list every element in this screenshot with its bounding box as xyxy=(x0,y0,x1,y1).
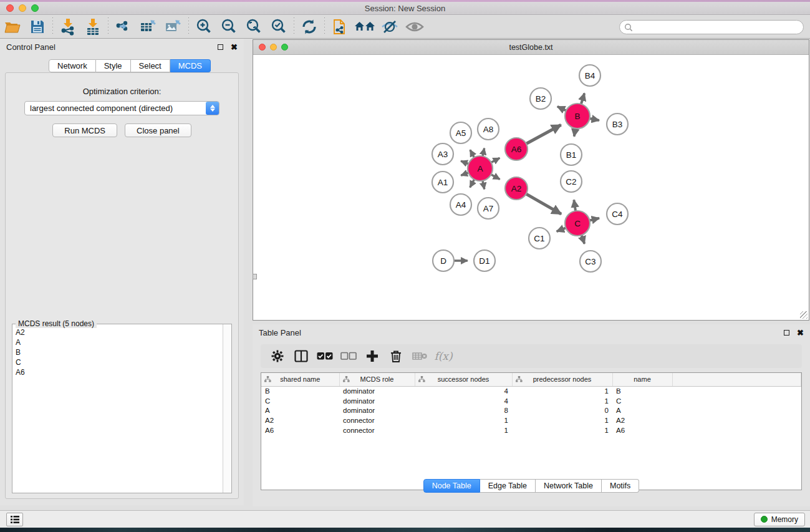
table-cell[interactable]: 0 xyxy=(512,405,612,415)
table-cell[interactable]: dominator xyxy=(339,396,415,406)
table-row[interactable]: Bdominator41B xyxy=(261,386,801,396)
graph-edge-A-A7[interactable] xyxy=(483,181,485,190)
table-cell[interactable]: C xyxy=(261,396,339,406)
table-row[interactable]: A2connector11A2 xyxy=(261,415,801,425)
table-cell[interactable]: 1 xyxy=(512,415,612,425)
memory-button[interactable]: Memory xyxy=(754,513,805,526)
mcds-result-list[interactable]: A2ABCA6 xyxy=(13,326,222,492)
table-cell[interactable]: 8 xyxy=(415,405,512,415)
table-cell[interactable]: 1 xyxy=(512,425,612,435)
table-cell[interactable]: 4 xyxy=(415,386,512,396)
run-mcds-button[interactable]: Run MCDS xyxy=(52,123,117,137)
graph-edge-B-B2[interactable] xyxy=(557,107,566,111)
export-network-icon[interactable] xyxy=(111,16,136,37)
graph-edge-C-C3[interactable] xyxy=(582,235,585,244)
table-cell[interactable]: A6 xyxy=(612,425,672,435)
tab-network-table[interactable]: Network Table xyxy=(536,479,602,493)
graph-edge-A-A5[interactable] xyxy=(470,150,475,157)
network-document-icon[interactable] xyxy=(327,16,352,37)
mcds-result-item[interactable]: C xyxy=(16,357,222,367)
select-all-icon[interactable] xyxy=(313,346,337,366)
table-cell[interactable]: connector xyxy=(339,415,415,425)
graph-edge-A2-C[interactable] xyxy=(526,194,561,214)
export-image-icon[interactable] xyxy=(161,16,186,37)
window-resize-grip[interactable] xyxy=(800,311,808,319)
column-header-successor-nodes[interactable]: successor nodes xyxy=(415,373,512,386)
table-cell[interactable]: 1 xyxy=(415,415,512,425)
graph-edge-C-C1[interactable] xyxy=(557,228,566,231)
criterion-dropdown[interactable]: largest connected component (directed) xyxy=(24,101,219,115)
graph-edge-A-A1[interactable] xyxy=(461,173,468,175)
import-table-icon[interactable] xyxy=(80,16,105,37)
close-panel-icon[interactable]: ✖ xyxy=(231,43,238,51)
table-cell[interactable]: A xyxy=(261,405,339,415)
graph-edge-A-A2[interactable] xyxy=(491,175,500,180)
tab-style[interactable]: Style xyxy=(96,59,131,72)
column-header-predecessor-nodes[interactable]: predecessor nodes xyxy=(512,373,612,386)
graph-edge-B-B4[interactable] xyxy=(581,93,584,104)
zoom-fit-icon[interactable] xyxy=(241,16,266,37)
hide-panel-icon[interactable] xyxy=(377,16,402,37)
close-table-panel-icon[interactable]: ✖ xyxy=(797,329,804,337)
table-cell[interactable]: B xyxy=(612,386,672,396)
graph-edge-C-C2[interactable] xyxy=(574,200,576,211)
column-view-icon[interactable] xyxy=(289,346,313,366)
show-panel-icon[interactable] xyxy=(402,16,427,37)
table-row[interactable]: A6connector11A6 xyxy=(261,425,801,435)
float-panel-icon[interactable] xyxy=(218,44,223,50)
table-cell[interactable]: A6 xyxy=(261,425,339,435)
mcds-result-item[interactable]: A2 xyxy=(16,327,222,337)
graph-edge-B-B1[interactable] xyxy=(574,128,576,137)
graph-edge-C-C4[interactable] xyxy=(589,218,599,221)
zoom-in-icon[interactable] xyxy=(191,16,216,37)
save-session-icon[interactable] xyxy=(25,16,50,37)
tab-motifs[interactable]: Motifs xyxy=(602,479,639,493)
graph-edge-A-A3[interactable] xyxy=(461,161,468,164)
import-network-icon[interactable] xyxy=(55,16,80,37)
tab-edge-table[interactable]: Edge Table xyxy=(480,479,536,493)
task-history-button[interactable] xyxy=(6,513,23,526)
export-table-icon[interactable] xyxy=(136,16,161,37)
zoom-selected-icon[interactable] xyxy=(266,16,291,37)
graph-edge-B-B3[interactable] xyxy=(590,118,599,120)
table-cell[interactable]: 1 xyxy=(512,386,612,396)
mcds-result-item[interactable]: A xyxy=(16,337,222,347)
graph-edge-A-A6[interactable] xyxy=(491,158,500,162)
delete-icon[interactable] xyxy=(384,346,408,366)
column-header-name[interactable]: name xyxy=(612,373,672,386)
deselect-all-icon[interactable] xyxy=(337,346,360,366)
table-cell[interactable]: dominator xyxy=(339,386,415,396)
splitter-grip[interactable] xyxy=(253,274,257,279)
zoom-out-icon[interactable] xyxy=(216,16,241,37)
table-cell[interactable]: A2 xyxy=(612,415,672,425)
tab-select[interactable]: Select xyxy=(131,59,170,72)
table-cell[interactable]: C xyxy=(612,396,672,406)
list-scrollbar[interactable] xyxy=(223,324,231,493)
refresh-layout-icon[interactable] xyxy=(297,16,322,37)
table-cell[interactable]: dominator xyxy=(339,405,415,415)
tab-network[interactable]: Network xyxy=(49,59,96,72)
column-header-mcds-role[interactable]: MCDS role xyxy=(339,373,415,386)
graph-edge-A6-B[interactable] xyxy=(526,125,561,143)
graph-edge-A-A8[interactable] xyxy=(483,148,485,157)
table-cell[interactable]: A xyxy=(612,405,672,415)
graph-edge-A-A4[interactable] xyxy=(470,180,475,188)
tab-mcds[interactable]: MCDS xyxy=(170,59,211,72)
tab-node-table[interactable]: Node Table xyxy=(423,479,480,493)
column-header-shared-name[interactable]: shared name xyxy=(261,373,339,386)
table-row[interactable]: Cdominator41C xyxy=(261,396,801,406)
home-icons[interactable] xyxy=(352,16,377,37)
search-input[interactable] xyxy=(619,20,804,34)
network-canvas[interactable]: B4B2BB3A8A5A6A3B1AA1C2A2A4A7CC1C4C3DD1 xyxy=(253,56,809,320)
table-cell[interactable]: 4 xyxy=(415,396,512,406)
gear-icon[interactable] xyxy=(266,346,289,366)
table-cell[interactable]: connector xyxy=(339,425,415,435)
table-row[interactable]: Adominator80A xyxy=(261,405,801,415)
add-column-icon[interactable] xyxy=(360,346,384,366)
close-panel-button[interactable]: Close panel xyxy=(125,123,191,137)
table-cell[interactable]: 1 xyxy=(512,396,612,406)
node-table[interactable]: shared name MCDS role successor nodes pr… xyxy=(261,372,802,490)
network-window-titlebar[interactable]: testGlobe.txt xyxy=(253,40,809,55)
table-cell[interactable]: A2 xyxy=(261,415,339,425)
open-file-icon[interactable] xyxy=(0,16,25,37)
